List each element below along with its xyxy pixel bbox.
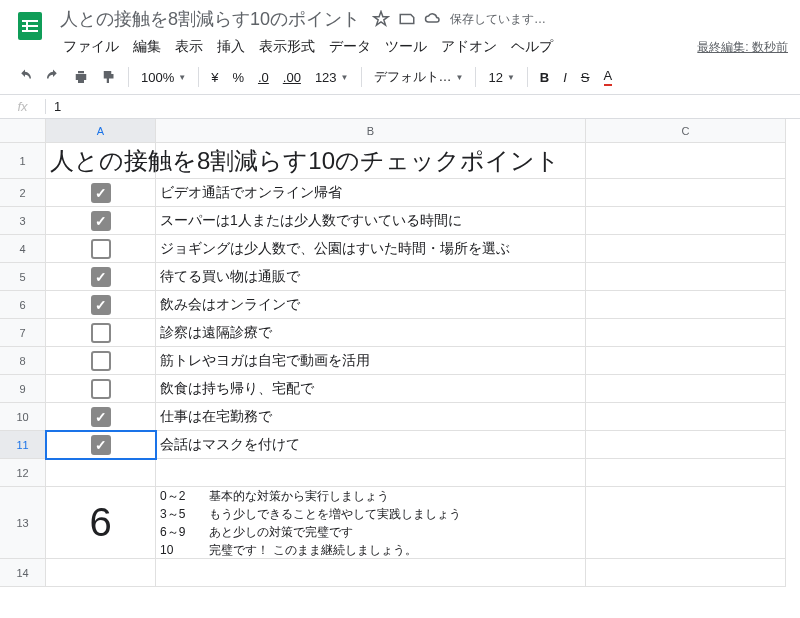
- undo-button[interactable]: [12, 64, 38, 90]
- formula-input[interactable]: 1: [46, 99, 61, 114]
- cell-A4[interactable]: [46, 235, 156, 263]
- checkbox[interactable]: [91, 239, 111, 259]
- move-icon[interactable]: [398, 10, 416, 28]
- cell-B2[interactable]: ビデオ通話でオンライン帰省: [156, 179, 586, 207]
- format-dropdown[interactable]: 123▼: [309, 70, 355, 85]
- checkbox[interactable]: [91, 211, 111, 231]
- cell-A2[interactable]: [46, 179, 156, 207]
- cell-C2[interactable]: [586, 179, 786, 207]
- cell-C5[interactable]: [586, 263, 786, 291]
- row-header-9[interactable]: 9: [0, 375, 46, 403]
- doc-title[interactable]: 人との接触を8割減らす10のポイント: [56, 6, 364, 32]
- cell-A11[interactable]: [46, 431, 156, 459]
- row-header-14[interactable]: 14: [0, 559, 46, 587]
- row-header-10[interactable]: 10: [0, 403, 46, 431]
- cell-A6[interactable]: [46, 291, 156, 319]
- cell-C14[interactable]: [586, 559, 786, 587]
- row-header-5[interactable]: 5: [0, 263, 46, 291]
- cell-B4[interactable]: ジョギングは少人数で、公園はすいた時間・場所を選ぶ: [156, 235, 586, 263]
- checkbox[interactable]: [91, 323, 111, 343]
- star-icon[interactable]: [372, 10, 390, 28]
- row-header-12[interactable]: 12: [0, 459, 46, 487]
- row-header-3[interactable]: 3: [0, 207, 46, 235]
- cell-B1[interactable]: [156, 143, 586, 179]
- redo-button[interactable]: [40, 64, 66, 90]
- cell-A10[interactable]: [46, 403, 156, 431]
- percent-button[interactable]: %: [226, 70, 250, 85]
- cell-B6[interactable]: 飲み会はオンラインで: [156, 291, 586, 319]
- cell-A1[interactable]: 人との接触を8割減らす10のチェックポイント: [46, 143, 156, 179]
- select-all-corner[interactable]: [0, 119, 46, 143]
- zoom-dropdown[interactable]: 100%▼: [135, 70, 192, 85]
- cell-B5[interactable]: 待てる買い物は通販で: [156, 263, 586, 291]
- menu-edit[interactable]: 編集: [126, 34, 168, 60]
- decrease-decimal-button[interactable]: .0: [252, 70, 275, 85]
- row-header-7[interactable]: 7: [0, 319, 46, 347]
- menu-view[interactable]: 表示: [168, 34, 210, 60]
- row-header-6[interactable]: 6: [0, 291, 46, 319]
- cell-C11[interactable]: [586, 431, 786, 459]
- cell-B14[interactable]: [156, 559, 586, 587]
- cell-B12[interactable]: [156, 459, 586, 487]
- cell-B13[interactable]: 0～2 基本的な対策から実行しましょう 3～5 もう少しできることを増やして実践…: [156, 487, 586, 559]
- menu-file[interactable]: ファイル: [56, 34, 126, 60]
- text-color-button[interactable]: A: [598, 68, 619, 86]
- col-header-C[interactable]: C: [586, 119, 786, 143]
- cell-B11[interactable]: 会話はマスクを付けて: [156, 431, 586, 459]
- cell-C10[interactable]: [586, 403, 786, 431]
- row-header-8[interactable]: 8: [0, 347, 46, 375]
- menu-insert[interactable]: 挿入: [210, 34, 252, 60]
- checkbox[interactable]: [91, 407, 111, 427]
- cell-A8[interactable]: [46, 347, 156, 375]
- strike-button[interactable]: S: [575, 70, 596, 85]
- bold-button[interactable]: B: [534, 70, 555, 85]
- row-header-13[interactable]: 13: [0, 487, 46, 559]
- checkbox[interactable]: [91, 351, 111, 371]
- row-header-11[interactable]: 11: [0, 431, 46, 459]
- sheets-logo[interactable]: [12, 8, 48, 44]
- menu-help[interactable]: ヘルプ: [504, 34, 560, 60]
- cell-C12[interactable]: [586, 459, 786, 487]
- cell-B3[interactable]: スーパーは1人または少人数ですいている時間に: [156, 207, 586, 235]
- row-header-2[interactable]: 2: [0, 179, 46, 207]
- cell-A14[interactable]: [46, 559, 156, 587]
- menu-addons[interactable]: アドオン: [434, 34, 504, 60]
- cell-C9[interactable]: [586, 375, 786, 403]
- cell-C1[interactable]: [586, 143, 786, 179]
- menu-data[interactable]: データ: [322, 34, 378, 60]
- col-header-A[interactable]: A: [46, 119, 156, 143]
- cell-A12[interactable]: [46, 459, 156, 487]
- row-header-1[interactable]: 1: [0, 143, 46, 179]
- row-header-4[interactable]: 4: [0, 235, 46, 263]
- checkbox[interactable]: [91, 295, 111, 315]
- checkbox[interactable]: [91, 183, 111, 203]
- checkbox[interactable]: [91, 435, 111, 455]
- cell-B7[interactable]: 診察は遠隔診療で: [156, 319, 586, 347]
- currency-button[interactable]: ¥: [205, 70, 224, 85]
- cell-C13[interactable]: [586, 487, 786, 559]
- cell-B8[interactable]: 筋トレやヨガは自宅で動画を活用: [156, 347, 586, 375]
- increase-decimal-button[interactable]: .00: [277, 70, 307, 85]
- cell-C4[interactable]: [586, 235, 786, 263]
- cell-C7[interactable]: [586, 319, 786, 347]
- cell-B10[interactable]: 仕事は在宅勤務で: [156, 403, 586, 431]
- paint-format-button[interactable]: [96, 64, 122, 90]
- cell-A7[interactable]: [46, 319, 156, 347]
- col-header-B[interactable]: B: [156, 119, 586, 143]
- checkbox[interactable]: [91, 379, 111, 399]
- font-dropdown[interactable]: デフォルト…▼: [368, 68, 470, 86]
- cell-B9[interactable]: 飲食は持ち帰り、宅配で: [156, 375, 586, 403]
- font-size-dropdown[interactable]: 12▼: [482, 70, 520, 85]
- italic-button[interactable]: I: [557, 70, 573, 85]
- cell-A9[interactable]: [46, 375, 156, 403]
- last-edit[interactable]: 最終編集: 数秒前: [697, 39, 788, 56]
- menu-format[interactable]: 表示形式: [252, 34, 322, 60]
- cell-C3[interactable]: [586, 207, 786, 235]
- cell-C8[interactable]: [586, 347, 786, 375]
- print-button[interactable]: [68, 64, 94, 90]
- cell-A5[interactable]: [46, 263, 156, 291]
- menu-tools[interactable]: ツール: [378, 34, 434, 60]
- cell-A13[interactable]: 6: [46, 487, 156, 559]
- checkbox[interactable]: [91, 267, 111, 287]
- cell-A3[interactable]: [46, 207, 156, 235]
